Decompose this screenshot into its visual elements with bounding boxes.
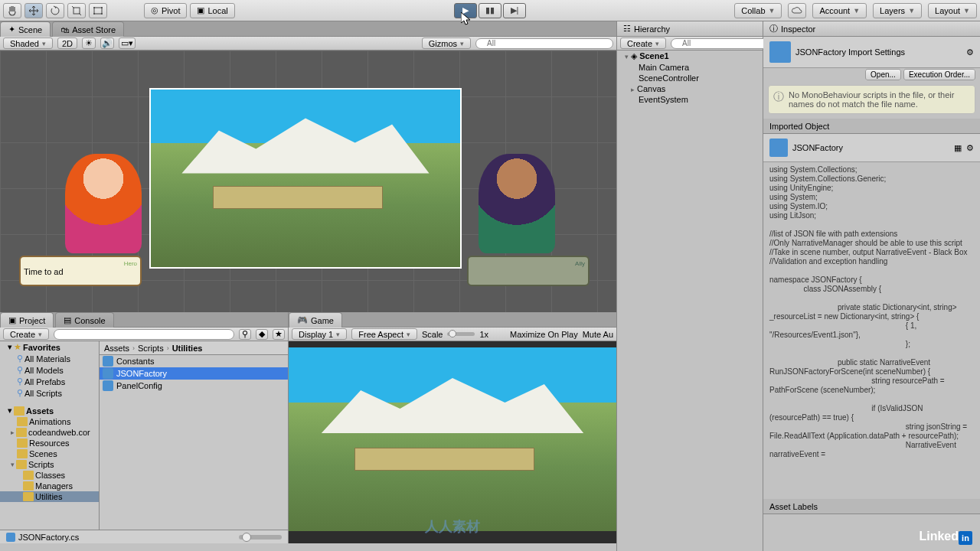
game-panel: 🎮Game Display 1▾ Free Aspect▾ Scale 1x M… (289, 312, 616, 543)
project-tree[interactable]: ▾★Favorites ⚲All Materials ⚲All Models ⚲… (0, 341, 100, 530)
folder-icon (16, 428, 27, 437)
bc-utilities[interactable]: Utilities (172, 344, 203, 353)
fav-all-materials[interactable]: ⚲All Materials (0, 353, 99, 364)
folder-managers[interactable]: Managers (0, 481, 99, 491)
cloud-button[interactable] (788, 3, 806, 18)
fav-all-scripts[interactable]: ⚲All Scripts (0, 387, 99, 399)
h-canvas[interactable]: ▸ Canvas (617, 83, 763, 94)
play-button[interactable]: ▶ (454, 3, 477, 18)
open-button[interactable]: Open... (865, 69, 901, 80)
filter-icon[interactable]: ⚲ (239, 329, 251, 340)
folder-animations[interactable]: Animations (0, 416, 99, 427)
fx-toggle[interactable]: ▭▾ (119, 37, 136, 49)
layers-dropdown[interactable]: Layers▼ (873, 3, 922, 18)
svg-point-5 (101, 13, 103, 15)
file-jsonfactory[interactable]: JSONFactory (100, 367, 288, 380)
move-tool[interactable] (24, 3, 43, 18)
folder-resources[interactable]: Resources (0, 438, 99, 448)
store-icon: 🛍 (60, 25, 69, 34)
lighting-toggle[interactable]: ☀ (82, 37, 96, 49)
hero-character (65, 154, 142, 253)
tab-project[interactable]: ▣Project (0, 312, 54, 328)
tab-game[interactable]: 🎮Game (289, 312, 342, 328)
svg-point-4 (93, 13, 95, 15)
audio-toggle[interactable]: 🔊 (100, 37, 114, 49)
folder-scenes[interactable]: Scenes (0, 448, 99, 459)
pause-button[interactable]: ▮▮ (479, 3, 501, 18)
tab-asset-store[interactable]: 🛍Asset Store (52, 21, 124, 37)
execution-order-button[interactable]: Execution Order... (903, 69, 975, 80)
scale-slider[interactable] (447, 332, 475, 336)
h-eventsystem[interactable]: EventSystem (617, 94, 763, 105)
gizmos-dropdown[interactable]: Gizmos▾ (422, 37, 471, 49)
assets-folder[interactable]: ▾Assets (0, 405, 99, 416)
project-search[interactable] (54, 329, 234, 340)
icon-size-slider[interactable] (239, 535, 282, 540)
bc-scripts[interactable]: Scripts (138, 344, 164, 353)
aspect-dropdown[interactable]: Free Aspect▾ (351, 328, 417, 340)
type-filter-icon[interactable]: ◆ (256, 329, 268, 340)
gear-icon[interactable]: ⚙ (966, 47, 974, 57)
scene-view[interactable]: Hero Time to ad Ally (0, 51, 616, 312)
save-search-icon[interactable]: ★ (273, 329, 285, 340)
folder-codeandweb[interactable]: ▸codeandweb.cor (0, 427, 99, 438)
bc-assets[interactable]: Assets (104, 344, 129, 353)
cs-icon (103, 356, 113, 367)
maximize-toggle[interactable]: Maximize On Play (510, 330, 578, 339)
file-constants[interactable]: Constants (100, 355, 288, 367)
rect-tool[interactable] (89, 3, 107, 18)
hierarchy-create[interactable]: Create▾ (620, 37, 666, 49)
account-dropdown[interactable]: Account▼ (812, 3, 867, 18)
project-create[interactable]: Create▾ (3, 328, 49, 340)
gear-icon[interactable]: ⚙ (966, 143, 974, 153)
folder-scripts[interactable]: ▾Scripts (0, 459, 99, 470)
folder-icon (17, 439, 28, 448)
scale-tool[interactable] (67, 3, 86, 18)
display-dropdown[interactable]: Display 1▾ (292, 328, 347, 340)
project-panel: ▣Project ▤Console Create▾ ⚲ ◆ ★ ▾★Favori… (0, 312, 289, 543)
step-button[interactable]: ▶| (503, 3, 526, 18)
layout-dropdown[interactable]: Layout▼ (928, 3, 977, 18)
local-toggle[interactable]: ▣Local (190, 3, 234, 18)
folder-classes[interactable]: Classes (0, 470, 99, 481)
hierarchy-icon: ☷ (623, 24, 631, 34)
collab-dropdown[interactable]: Collab▼ (734, 3, 782, 18)
component-icon[interactable]: ▦ (954, 143, 962, 153)
project-content[interactable]: Assets› Scripts› Utilities Constants JSO… (100, 341, 288, 530)
h-main-camera[interactable]: Main Camera (617, 62, 763, 73)
game-view[interactable]: 人人素材 (289, 341, 616, 543)
canvas-gizmo[interactable] (149, 88, 462, 269)
mode-2d[interactable]: 2D (57, 37, 77, 49)
game-icon: 🎮 (297, 315, 308, 325)
tab-console[interactable]: ▤Console (55, 312, 113, 328)
tab-scene[interactable]: ✦Scene (0, 21, 51, 37)
project-icon: ▣ (8, 315, 16, 325)
ally-textbox: Ally (467, 256, 590, 286)
project-status: JSONFactory.cs (0, 530, 288, 543)
hand-tool[interactable] (3, 3, 21, 18)
shading-mode[interactable]: Shaded▾ (3, 37, 53, 49)
scene-root[interactable]: ▾ ◈ Scene1 (617, 51, 763, 62)
asset-labels-header[interactable]: Asset Labels (763, 499, 980, 514)
imported-object-name: JSONFactory (792, 143, 949, 152)
favorites-folder[interactable]: ▾★Favorites (0, 341, 99, 353)
fav-all-models[interactable]: ⚲All Models (0, 364, 99, 376)
scene-search[interactable] (475, 38, 613, 49)
folder-icon (17, 449, 28, 458)
inspector-panel: ⓘInspector JSONFactory Import Settings ⚙… (763, 21, 980, 551)
h-scene-controller[interactable]: SceneController (617, 73, 763, 83)
hero-textbox: Hero Time to ad (19, 256, 142, 286)
folder-utilities[interactable]: Utilities (0, 491, 99, 502)
fav-all-prefabs[interactable]: ⚲All Prefabs (0, 376, 99, 387)
file-panelconfig[interactable]: PanelConfig (100, 380, 288, 392)
hero-line: Time to ad (24, 267, 137, 276)
scene-icon: ✦ (8, 24, 15, 34)
local-icon: ▣ (197, 5, 204, 15)
pivot-toggle[interactable]: ◎Pivot (144, 3, 187, 18)
pivot-icon: ◎ (151, 5, 158, 15)
rotate-tool[interactable] (46, 3, 64, 18)
linkedin-watermark: Linkedin (919, 530, 972, 545)
mute-toggle[interactable]: Mute Au (583, 330, 613, 339)
folder-icon (17, 417, 28, 426)
scene-subbar: Shaded▾ 2D ☀ 🔊 ▭▾ Gizmos▾ (0, 37, 616, 51)
